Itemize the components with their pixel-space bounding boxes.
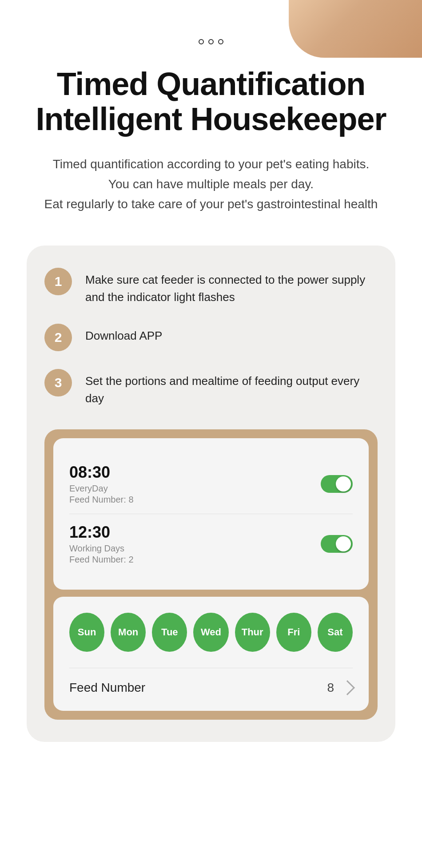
toggle-2-knob: [336, 536, 351, 551]
day-mon[interactable]: Mon: [111, 613, 146, 652]
subtitle-line3: Eat regularly to take care of your pet's…: [27, 194, 395, 214]
day-sun[interactable]: Sun: [69, 613, 104, 652]
day-thur[interactable]: Thur: [235, 613, 270, 652]
subtitle-line1: Timed quantification according to your p…: [27, 155, 395, 174]
steps-list: 1 Make sure cat feeder is connected to t…: [44, 268, 378, 407]
feed-number-row[interactable]: Feed Number 8: [69, 668, 353, 695]
title-section: Timed Quantification Intelligent Houseke…: [0, 44, 422, 228]
step-2-number: 2: [44, 324, 72, 351]
schedule-2-toggle[interactable]: [321, 535, 353, 553]
schedule-2-info: 12:30 Working Days Feed Number: 2: [69, 523, 134, 565]
indicator-dot-3: [218, 39, 223, 44]
page-subtitle: Timed quantification according to your p…: [27, 155, 395, 214]
page-indicators: [0, 0, 422, 44]
schedule-1-toggle[interactable]: [321, 475, 353, 493]
step-1-number: 1: [44, 268, 72, 295]
step-2-text: Download APP: [85, 324, 162, 345]
day-wed[interactable]: Wed: [193, 613, 228, 652]
schedule-1-info: 08:30 EveryDay Feed Number: 8: [69, 463, 134, 505]
days-row: Sun Mon Tue Wed Thur Fri Sat: [69, 613, 353, 652]
day-tue[interactable]: Tue: [152, 613, 187, 652]
toggle-1-knob: [336, 476, 351, 491]
feed-number-count: 8: [327, 681, 334, 695]
day-sat[interactable]: Sat: [318, 613, 353, 652]
schedule-2-repeat: Working Days: [69, 543, 134, 554]
title-line2: Intelligent Housekeeper: [36, 101, 386, 137]
schedule-item-2: 12:30 Working Days Feed Number: 2: [69, 514, 353, 574]
schedule-2-feed-count: Feed Number: 2: [69, 555, 134, 565]
step-3-number: 3: [44, 369, 72, 396]
feed-number-label: Feed Number: [69, 681, 145, 695]
step-2: 2 Download APP: [44, 324, 378, 351]
main-card: 1 Make sure cat feeder is connected to t…: [27, 246, 395, 742]
schedule-2-time: 12:30: [69, 523, 134, 542]
step-1-text: Make sure cat feeder is connected to the…: [85, 268, 378, 306]
indicator-dot-2: [208, 39, 214, 44]
step-3-text: Set the portions and mealtime of feeding…: [85, 369, 378, 407]
step-1: 1 Make sure cat feeder is connected to t…: [44, 268, 378, 306]
schedule-card: 08:30 EveryDay Feed Number: 8 12:30 Work…: [53, 438, 369, 590]
chevron-right-icon: [340, 680, 355, 695]
schedule-item-1: 08:30 EveryDay Feed Number: 8: [69, 454, 353, 514]
page-title: Timed Quantification Intelligent Houseke…: [27, 67, 395, 137]
day-fri[interactable]: Fri: [276, 613, 311, 652]
days-card: Sun Mon Tue Wed Thur Fri Sat Feed Number…: [53, 597, 369, 711]
feeder-card: 08:30 EveryDay Feed Number: 8 12:30 Work…: [44, 429, 378, 720]
schedule-1-feed-count: Feed Number: 8: [69, 495, 134, 505]
feed-number-value: 8: [327, 681, 353, 695]
subtitle-line2: You can have multiple meals per day.: [27, 174, 395, 194]
indicator-dot-1: [199, 39, 204, 44]
step-3: 3 Set the portions and mealtime of feedi…: [44, 369, 378, 407]
title-line1: Timed Quantification: [57, 66, 366, 102]
schedule-1-repeat: EveryDay: [69, 484, 134, 494]
schedule-1-time: 08:30: [69, 463, 134, 482]
